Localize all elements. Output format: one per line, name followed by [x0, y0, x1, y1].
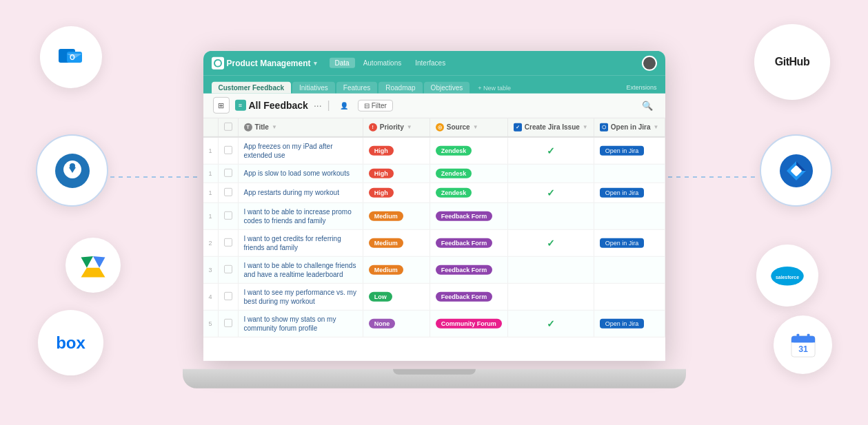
row-source-badge: Feedback Form	[436, 211, 493, 220]
search-button[interactable]: 🔍	[639, 97, 656, 114]
header-tab-data[interactable]: Data	[330, 58, 355, 68]
col-num	[203, 118, 219, 136]
tab-features[interactable]: Features	[336, 81, 377, 93]
priority-sort[interactable]: ▼	[407, 124, 412, 130]
svg-rect-18	[807, 333, 809, 338]
row-checkbox-cell	[218, 203, 238, 229]
row-create-jira-cell: ✓	[507, 229, 594, 256]
row-priority-cell: Low	[363, 283, 430, 310]
col-priority[interactable]: ! Priority ▼	[363, 118, 430, 136]
open-jira-button[interactable]: Open in Jira	[600, 187, 645, 197]
filter-button[interactable]: ⊟ Filter	[358, 99, 393, 111]
row-source-badge: Zendesk	[436, 187, 472, 197]
row-priority-badge: Medium	[369, 265, 403, 274]
laptop-screen: Product Management ▾ Data Automations In…	[203, 50, 665, 360]
extensions-link[interactable]: Extensions	[626, 83, 656, 93]
row-create-jira-cell: ✓	[507, 310, 594, 337]
row-number: 1	[203, 164, 219, 183]
row-priority-badge: High	[369, 168, 394, 178]
row-open-jira-cell	[594, 203, 665, 229]
row-title-cell: I want to show my stats on my community …	[238, 310, 363, 337]
open-jira-button[interactable]: Open in Jira	[600, 145, 645, 155]
open-jira-sort[interactable]: ▼	[654, 124, 659, 130]
svg-text:31: 31	[798, 344, 808, 353]
feedback-table: T Title ▼ ! Priority ▼	[203, 118, 665, 337]
tab-new-table[interactable]: + New table	[471, 82, 518, 93]
toolbar: ⊞ ≡ All Feedback ··· | 👤 ⊟ Filter 🔍	[203, 93, 665, 118]
row-checkbox-cell	[218, 310, 238, 337]
tab-objectives[interactable]: Objectives	[424, 81, 470, 93]
col-create-jira[interactable]: ✓ Create Jira Issue ▼	[507, 118, 594, 136]
table-row[interactable]: 1 I want to be able to increase promo co…	[203, 203, 665, 229]
create-jira-check: ✓	[547, 318, 555, 329]
create-jira-sort[interactable]: ▼	[583, 124, 588, 130]
github-label: GitHub	[775, 56, 809, 68]
row-source-cell: Feedback Form	[430, 203, 507, 229]
dropdown-arrow[interactable]: ▾	[314, 59, 317, 66]
row-source-badge: Feedback Form	[436, 238, 493, 247]
header-tab-automations[interactable]: Automations	[358, 58, 407, 68]
svg-point-9	[780, 154, 813, 187]
row-title-cell: I want to be able to increase promo code…	[238, 203, 363, 229]
tab-initiatives[interactable]: Initiatives	[292, 81, 335, 93]
col-open-jira[interactable]: ⬡ Open in Jira ▼	[594, 118, 665, 136]
row-checkbox-cell	[218, 283, 238, 310]
table-row[interactable]: 4 I want to see my performance vs. my be…	[203, 283, 665, 310]
svg-marker-8	[81, 268, 105, 278]
row-priority-cell: High	[363, 136, 430, 164]
table-row[interactable]: 1 App freezes on my iPad after extended …	[203, 136, 665, 164]
table-row[interactable]: 5 I want to show my stats on my communit…	[203, 310, 665, 337]
more-options-button[interactable]: ···	[314, 100, 322, 111]
table-row[interactable]: 1 App restarts during my workout High Ze…	[203, 183, 665, 203]
col-title[interactable]: T Title ▼	[238, 118, 363, 136]
table-row[interactable]: 1 App is slow to load some workouts High…	[203, 164, 665, 183]
row-checkbox[interactable]	[224, 291, 232, 300]
zendesk-circle	[36, 134, 108, 207]
user-avatar[interactable]	[642, 55, 657, 70]
row-open-jira-cell	[594, 283, 665, 310]
row-checkbox[interactable]	[224, 211, 232, 219]
open-jira-col-icon: ⬡	[600, 123, 608, 131]
row-checkbox-cell	[218, 136, 238, 164]
people-button[interactable]: 👤	[336, 100, 352, 110]
row-create-jira-cell	[507, 256, 594, 283]
row-checkbox[interactable]	[224, 238, 232, 246]
open-jira-button[interactable]: Open in Jira	[600, 318, 645, 328]
tab-customer-feedback[interactable]: Customer Feedback	[212, 81, 292, 93]
row-checkbox[interactable]	[224, 265, 232, 273]
header-tab-interfaces[interactable]: Interfaces	[410, 58, 451, 68]
app-logo: Product Management ▾	[212, 56, 317, 69]
svg-marker-5	[83, 255, 103, 272]
title-sort[interactable]: ▼	[272, 124, 277, 130]
row-checkbox[interactable]	[224, 187, 232, 196]
svg-marker-7	[93, 256, 105, 268]
table-row[interactable]: 2 I want to get credits for referring fr…	[203, 229, 665, 256]
col-source[interactable]: ◎ Source ▼	[430, 118, 507, 136]
create-jira-check: ✓	[547, 145, 555, 156]
table-row[interactable]: 3 I want to be able to challenge friends…	[203, 256, 665, 283]
row-title-cell: App freezes on my iPad after extended us…	[238, 136, 363, 164]
row-priority-badge: Medium	[369, 238, 403, 247]
grid-view-button[interactable]: ⊞	[213, 97, 230, 114]
row-title: I want to show my stats on my community …	[244, 315, 336, 331]
row-checkbox[interactable]	[224, 168, 232, 176]
row-number: 1	[203, 136, 219, 164]
row-priority-badge: Low	[369, 291, 392, 301]
row-priority-badge: Medium	[369, 211, 403, 220]
row-checkbox[interactable]	[224, 145, 232, 154]
create-jira-col-icon: ✓	[514, 123, 522, 131]
select-all-checkbox[interactable]	[224, 122, 232, 130]
svg-marker-6	[81, 256, 93, 268]
source-sort[interactable]: ▼	[473, 124, 478, 130]
laptop-base	[183, 369, 686, 388]
row-checkbox[interactable]	[224, 318, 232, 326]
row-source-cell: Zendesk	[430, 164, 507, 183]
view-title-container: ≡ All Feedback	[235, 100, 308, 111]
row-title: I want to see my performance vs. my best…	[244, 288, 356, 304]
open-jira-button[interactable]: Open in Jira	[600, 238, 645, 247]
table-header-row: T Title ▼ ! Priority ▼	[203, 118, 665, 136]
tab-roadmap[interactable]: Roadmap	[379, 81, 422, 93]
svg-rect-10	[790, 165, 802, 176]
row-priority-cell: Medium	[363, 256, 430, 283]
nav-tabs: Customer Feedback Initiatives Features R…	[203, 75, 665, 93]
